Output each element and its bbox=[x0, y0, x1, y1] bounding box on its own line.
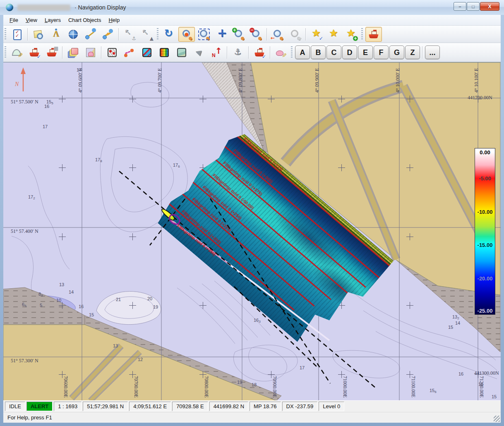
query-notes-button[interactable] bbox=[30, 27, 47, 42]
titlebar[interactable]: · Navigation Display –□X bbox=[0, 0, 504, 15]
toolbar-chart: ✓▦✓ABCDEFGZ... bbox=[3, 43, 501, 62]
preset-z-button[interactable]: Z bbox=[405, 45, 420, 59]
color-matrix-button[interactable] bbox=[156, 45, 173, 60]
preset-g-button[interactable]: G bbox=[389, 45, 404, 59]
preset-f-button[interactable]: F bbox=[374, 45, 389, 59]
bookmark-add-icon: + bbox=[346, 29, 357, 40]
preset-a-button[interactable]: A bbox=[295, 45, 310, 59]
tracks-icon bbox=[107, 47, 118, 58]
northing-label: 441300.00N bbox=[474, 370, 499, 376]
bookmark-verify-button[interactable]: ✓ bbox=[308, 27, 325, 42]
checklist-button[interactable] bbox=[9, 27, 25, 42]
toolbar-grip[interactable] bbox=[5, 28, 6, 41]
bookmark-button[interactable] bbox=[326, 27, 342, 42]
close-button[interactable]: X bbox=[480, 2, 499, 11]
refresh-button[interactable] bbox=[161, 27, 178, 42]
chart-canvas[interactable]: FlBkgrdmp zuid 0 (+325)FlBkgrdmp zuid 0 … bbox=[3, 62, 501, 401]
chart-display-button[interactable] bbox=[82, 45, 99, 60]
legend-depth-value: -25.00 bbox=[478, 308, 493, 314]
measure-distance-button[interactable] bbox=[82, 27, 99, 42]
route-plan-button[interactable] bbox=[100, 27, 116, 42]
vessel-monitor-button[interactable]: ✓ bbox=[26, 45, 43, 60]
projection-globe-button[interactable] bbox=[65, 27, 82, 42]
tracks-button[interactable] bbox=[104, 45, 120, 60]
pan-button[interactable] bbox=[213, 27, 230, 42]
status-mp: MP 18.76 bbox=[250, 402, 281, 411]
menubar: FileViewLayersChart ObjectsHelp bbox=[3, 15, 501, 26]
north-up-icon bbox=[211, 47, 222, 58]
longitude-label: 4° 09.900' E bbox=[314, 68, 320, 93]
vessel-setup-button[interactable]: ✓ bbox=[251, 45, 268, 60]
zoom-previous-button[interactable]: ← bbox=[269, 27, 286, 42]
toolbar-grip[interactable] bbox=[291, 46, 293, 59]
menu-file[interactable]: File bbox=[6, 16, 22, 24]
zoom-out-button[interactable]: − bbox=[248, 27, 264, 42]
zoom-previous-icon: ← bbox=[272, 29, 283, 40]
measure-distance-icon bbox=[85, 29, 96, 40]
legend-depth-value: -5.00 bbox=[479, 176, 491, 182]
select-anchor-button[interactable]: ⚓ bbox=[121, 27, 138, 42]
status-level: Level 0 bbox=[319, 402, 344, 411]
toolbar-separator bbox=[305, 28, 306, 41]
legend-depth-value: 0.00 bbox=[480, 150, 490, 156]
plot-measure-button[interactable] bbox=[9, 45, 25, 60]
minimize-button[interactable]: – bbox=[454, 2, 466, 11]
zoom-next-button[interactable]: → bbox=[287, 27, 303, 42]
select-object-button[interactable]: ▲ bbox=[139, 27, 155, 42]
layers-button[interactable] bbox=[65, 45, 82, 60]
toolbar-separator bbox=[270, 46, 271, 59]
compass-tool-icon bbox=[50, 29, 61, 40]
depth-color-legend: 0.00-5.00-10.00-15.00-20.00-25.00 bbox=[475, 148, 495, 315]
longitude-label: 4° 10.100' E bbox=[473, 68, 480, 93]
maximize-button[interactable]: □ bbox=[467, 2, 480, 11]
zoom-in-button[interactable]: + bbox=[230, 27, 247, 42]
channel-boundary-dashed-lines bbox=[119, 171, 376, 388]
zoom-next-icon: → bbox=[290, 29, 300, 40]
zoom-window-button[interactable] bbox=[196, 27, 212, 42]
preset-d-button[interactable]: D bbox=[342, 45, 357, 59]
plot-measure-icon bbox=[12, 47, 22, 58]
vessel-display-button[interactable] bbox=[365, 27, 382, 42]
pan-icon bbox=[216, 29, 227, 40]
vessel-monitor-icon: ✓ bbox=[29, 47, 40, 58]
menu-layers[interactable]: Layers bbox=[41, 16, 65, 24]
toolbar-grip[interactable] bbox=[361, 28, 363, 41]
menu-help[interactable]: Help bbox=[105, 16, 123, 24]
status-alert: ALERT bbox=[26, 402, 53, 411]
zoom-window-icon bbox=[199, 29, 209, 40]
coverage-button[interactable] bbox=[139, 45, 155, 60]
status-scale: 1 : 1693 bbox=[54, 402, 82, 411]
resize-grip[interactable] bbox=[494, 416, 500, 422]
area-edit-button[interactable] bbox=[273, 45, 289, 60]
vessel-display-icon bbox=[368, 29, 379, 40]
status-dx: DX -237.59 bbox=[282, 402, 318, 411]
route-edit-icon bbox=[124, 47, 135, 58]
latitude-label: 51° 57.300' N bbox=[11, 358, 38, 364]
survey-vessel-button[interactable]: ▦ bbox=[43, 45, 60, 60]
toolbar-separator bbox=[101, 46, 102, 59]
compass-tool-button[interactable] bbox=[48, 27, 64, 42]
route-edit-button[interactable] bbox=[121, 45, 138, 60]
follow-cursor-button[interactable] bbox=[191, 45, 207, 60]
query-notes-icon bbox=[33, 29, 44, 40]
follow-cursor-icon bbox=[194, 47, 204, 58]
toolbar-grip[interactable] bbox=[5, 46, 6, 59]
base-chart-button[interactable] bbox=[173, 45, 190, 60]
easting-label: 70800.00E bbox=[203, 376, 209, 397]
color-matrix-icon bbox=[159, 47, 170, 58]
preset-more-button[interactable]: ... bbox=[425, 45, 440, 59]
menu-view[interactable]: View bbox=[22, 16, 41, 24]
legend-depth-value: -10.00 bbox=[478, 209, 493, 215]
preset-e-button[interactable]: E bbox=[358, 45, 373, 59]
toolbar-grip[interactable] bbox=[157, 28, 158, 41]
status-mode: IDLE bbox=[5, 402, 25, 411]
zoom-target-button[interactable]: ● bbox=[178, 27, 195, 42]
bookmark-add-button[interactable]: + bbox=[343, 27, 360, 42]
status-easting: 70928.58 E bbox=[172, 402, 208, 411]
anchor-watch-button[interactable] bbox=[230, 45, 246, 60]
north-up-button[interactable] bbox=[208, 45, 225, 60]
menu-chart-objects[interactable]: Chart Objects bbox=[65, 16, 105, 24]
longitude-label: 4° 09.600' E bbox=[77, 68, 84, 93]
preset-b-button[interactable]: B bbox=[311, 45, 326, 59]
preset-c-button[interactable]: C bbox=[326, 45, 341, 59]
